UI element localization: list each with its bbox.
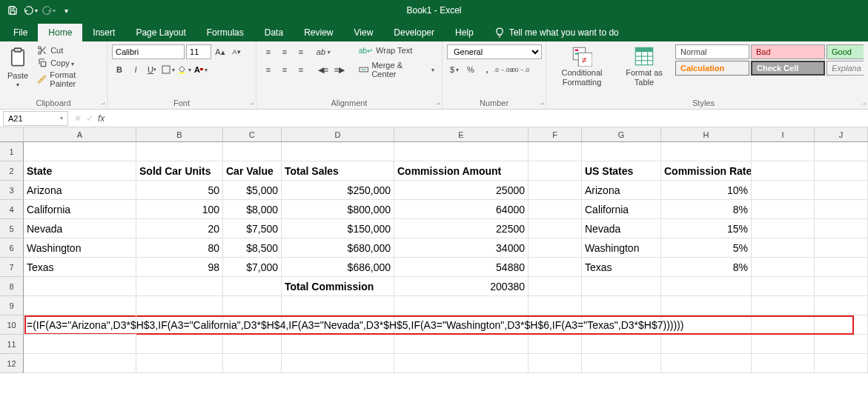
cell-I11[interactable]: [752, 335, 815, 354]
cell-H1[interactable]: [661, 142, 752, 161]
align-left-icon[interactable]: ≡: [261, 62, 276, 77]
conditional-formatting-button[interactable]: ≠ Conditional Formatting: [551, 44, 613, 89]
cancel-formula-icon[interactable]: ✕: [74, 113, 82, 124]
cell-B4[interactable]: 100: [136, 200, 223, 219]
cell-E6[interactable]: 34000: [394, 238, 529, 258]
select-all-corner[interactable]: [0, 127, 24, 142]
cell-F3[interactable]: [529, 181, 582, 200]
row-header-3[interactable]: 3: [0, 181, 24, 200]
cell-B2[interactable]: Sold Car Units: [136, 161, 223, 181]
bold-button[interactable]: B: [112, 62, 127, 77]
cell-D7[interactable]: $686,000: [282, 258, 394, 277]
cell-I9[interactable]: [752, 296, 815, 315]
cell-F1[interactable]: [529, 142, 582, 161]
cell-G1[interactable]: [582, 142, 661, 161]
cell-G7[interactable]: Texas: [582, 258, 661, 277]
fill-color-button[interactable]: [177, 62, 192, 77]
cell-C9[interactable]: [223, 296, 282, 315]
fx-icon[interactable]: fx: [98, 113, 105, 124]
cell-B7[interactable]: 98: [136, 258, 223, 277]
cell-B3[interactable]: 50: [136, 181, 223, 200]
cell-E1[interactable]: [394, 142, 529, 161]
cell-I1[interactable]: [752, 142, 815, 161]
font-color-button[interactable]: A: [193, 62, 208, 77]
cell-A11[interactable]: [24, 335, 136, 354]
undo-icon[interactable]: ▾: [22, 2, 39, 19]
cell-J2[interactable]: [815, 161, 868, 181]
style-calculation[interactable]: Calculation: [675, 61, 749, 76]
cell-A9[interactable]: [24, 296, 136, 315]
border-button[interactable]: [161, 62, 176, 77]
font-name-select[interactable]: [112, 44, 185, 59]
tab-review[interactable]: Review: [294, 24, 343, 41]
save-icon[interactable]: [4, 2, 21, 19]
name-box[interactable]: A21▾: [3, 111, 68, 126]
col-header-J[interactable]: J: [815, 127, 868, 142]
cell-I4[interactable]: [752, 200, 815, 219]
tab-formulas[interactable]: Formulas: [196, 24, 254, 41]
decrease-font-icon[interactable]: A▾: [229, 44, 244, 59]
accounting-format-icon[interactable]: $: [447, 62, 462, 77]
style-normal[interactable]: Normal: [675, 44, 749, 59]
style-check-cell[interactable]: Check Cell: [751, 61, 825, 76]
number-format-select[interactable]: General: [447, 44, 542, 59]
cell-D4[interactable]: $800,000: [282, 200, 394, 219]
cell-H8[interactable]: [661, 277, 752, 296]
col-header-D[interactable]: D: [282, 127, 394, 142]
align-center-icon[interactable]: ≡: [277, 62, 292, 77]
cell-H11[interactable]: [661, 335, 752, 354]
cell-B11[interactable]: [136, 335, 223, 354]
row-header-6[interactable]: 6: [0, 238, 24, 258]
cell-C1[interactable]: [223, 142, 282, 161]
format-painter-button[interactable]: Format Painter: [36, 70, 102, 89]
cell-D6[interactable]: $680,000: [282, 238, 394, 258]
cell-J11[interactable]: [815, 335, 868, 354]
cell-G4[interactable]: California: [582, 200, 661, 219]
style-good[interactable]: Good: [826, 44, 864, 59]
cell-D2[interactable]: Total Sales: [282, 161, 394, 181]
cell-C8[interactable]: [223, 277, 282, 296]
cell-E9[interactable]: [394, 296, 529, 315]
cell-H4[interactable]: 8%: [661, 200, 752, 219]
cell-F7[interactable]: [529, 258, 582, 277]
col-header-H[interactable]: H: [661, 127, 752, 142]
worksheet[interactable]: ABCDEFGHIJ 12StateSold Car UnitsCar Valu…: [0, 127, 868, 373]
italic-button[interactable]: I: [128, 62, 143, 77]
cell-G11[interactable]: [582, 335, 661, 354]
row-header-5[interactable]: 5: [0, 219, 24, 238]
cell-J12[interactable]: [815, 354, 868, 373]
cell-A1[interactable]: [24, 142, 136, 161]
row-header-2[interactable]: 2: [0, 161, 24, 181]
cell-C11[interactable]: [223, 335, 282, 354]
align-top-icon[interactable]: ≡: [261, 44, 276, 59]
cell-I2[interactable]: [752, 161, 815, 181]
cell-H9[interactable]: [661, 296, 752, 315]
tell-me-search[interactable]: Tell me what you want to do: [484, 24, 629, 41]
cell-E8[interactable]: 200380: [394, 277, 529, 296]
cell-B9[interactable]: [136, 296, 223, 315]
cell-F6[interactable]: [529, 238, 582, 258]
cell-J5[interactable]: [815, 219, 868, 238]
cell-G9[interactable]: [582, 296, 661, 315]
format-as-table-button[interactable]: Format as Table: [617, 44, 671, 89]
increase-indent-icon[interactable]: ≡▶: [332, 62, 347, 77]
cell-D1[interactable]: [282, 142, 394, 161]
cell-G2[interactable]: US States: [582, 161, 661, 181]
cell-C4[interactable]: $8,000: [223, 200, 282, 219]
tab-developer[interactable]: Developer: [383, 24, 445, 41]
cell-H12[interactable]: [661, 354, 752, 373]
qat-customize-icon[interactable]: ▾: [58, 2, 74, 19]
cell-C5[interactable]: $7,500: [223, 219, 282, 238]
align-bottom-icon[interactable]: ≡: [294, 44, 308, 59]
cell-J4[interactable]: [815, 200, 868, 219]
paste-button[interactable]: Paste ▾: [4, 44, 31, 90]
col-header-B[interactable]: B: [136, 127, 223, 142]
col-header-E[interactable]: E: [394, 127, 529, 142]
col-header-C[interactable]: C: [223, 127, 282, 142]
cell-C6[interactable]: $8,500: [223, 238, 282, 258]
cell-J6[interactable]: [815, 238, 868, 258]
cell-D9[interactable]: [282, 296, 394, 315]
row-header-4[interactable]: 4: [0, 200, 24, 219]
cell-F5[interactable]: [529, 219, 582, 238]
cell-F12[interactable]: [529, 354, 582, 373]
